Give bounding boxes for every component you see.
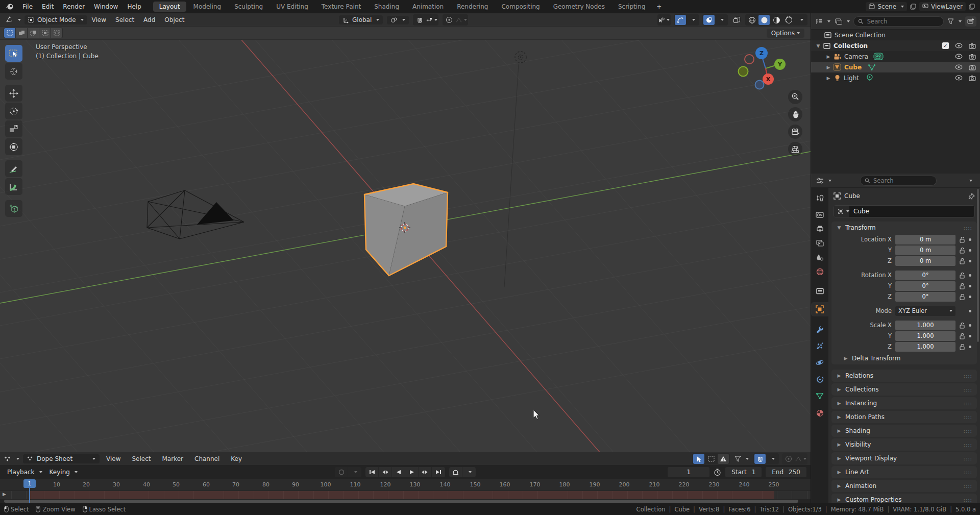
animate-dot[interactable] [969, 346, 971, 348]
outliner-editor-type-button[interactable] [815, 17, 831, 26]
show-overlays-button[interactable] [703, 15, 715, 25]
selectability-button[interactable] [658, 15, 670, 25]
lock-icon[interactable] [959, 344, 965, 350]
menu-render[interactable]: Render [58, 2, 89, 11]
timeline-menu-view[interactable]: View [102, 454, 125, 463]
outliner-row-collection[interactable]: ▼ Collection ✓ [811, 40, 980, 51]
add-workspace-button[interactable]: + [652, 2, 666, 11]
rotation-y-field[interactable]: 0° [895, 281, 955, 291]
tab-object-data[interactable] [811, 389, 828, 403]
scale-z-field[interactable]: 1.000 [895, 342, 955, 352]
prev-keyframe-button[interactable] [379, 467, 392, 477]
panel-grip[interactable]: :::: [964, 428, 972, 434]
show-gizmos-button[interactable] [675, 15, 686, 25]
light-object[interactable] [504, 52, 526, 287]
auto-keying-button[interactable] [335, 467, 348, 477]
new-collection-button[interactable] [965, 16, 976, 27]
lock-icon[interactable] [959, 333, 965, 339]
frame-start-field[interactable]: Start 1 [725, 467, 762, 477]
properties-search-input[interactable] [872, 177, 932, 185]
current-frame-field[interactable]: 1 [668, 467, 709, 477]
timeline-snap-dropdown[interactable] [767, 454, 778, 464]
location-z-field[interactable]: 0 m [895, 256, 955, 266]
tab-modifiers[interactable] [811, 322, 828, 336]
tab-output[interactable] [811, 222, 828, 236]
location-x-field[interactable]: 0 m [895, 235, 955, 244]
tab-rendering[interactable]: Rendering [451, 2, 494, 12]
overlays-dropdown-button[interactable] [716, 15, 727, 25]
tab-view-layer[interactable] [811, 236, 828, 250]
blender-logo-icon[interactable] [5, 3, 14, 10]
outliner-row-camera[interactable]: ▶ Camera [811, 51, 980, 62]
tab-scripting[interactable]: Scripting [612, 2, 651, 12]
animate-dot[interactable] [969, 335, 971, 337]
viewport-menu-select[interactable]: Select [111, 15, 139, 24]
select-mode-extend-button[interactable] [16, 28, 27, 38]
tab-tool[interactable] [811, 191, 828, 205]
timeline-ruler[interactable]: 10 20 30 40 50 60 70 80 90 100 110 120 1… [0, 479, 811, 491]
shading-solid-button[interactable] [758, 15, 770, 25]
camera-view-button[interactable] [788, 125, 802, 139]
animate-dot[interactable] [969, 310, 971, 312]
timeline-menu-key[interactable]: Key [226, 454, 247, 463]
cube-object[interactable] [364, 184, 448, 276]
play-reverse-button[interactable] [392, 467, 405, 477]
playback-dropdown[interactable]: Playback [4, 468, 46, 477]
properties-options-button[interactable] [964, 179, 976, 183]
timeline-channels[interactable]: ▶ [0, 491, 811, 499]
animate-dot[interactable] [969, 285, 971, 287]
panel-custom-properties[interactable]: ▶Custom Properties:::: [831, 494, 977, 503]
jump-to-start-button[interactable] [365, 467, 379, 477]
jump-to-end-button[interactable] [432, 467, 445, 477]
tool-move[interactable] [5, 85, 22, 102]
frame-end-field[interactable]: End 250 [766, 467, 806, 477]
snap-toggle-button[interactable] [414, 15, 425, 25]
lock-icon[interactable] [959, 247, 965, 254]
expand-arrow-icon[interactable]: ▶ [825, 76, 831, 81]
panel-collections[interactable]: ▶Collections:::: [831, 383, 977, 396]
timeline-filter-button[interactable] [733, 455, 750, 463]
animate-dot[interactable] [969, 238, 971, 241]
tab-collection[interactable] [811, 284, 828, 298]
timeline-scrollbar[interactable] [0, 499, 811, 503]
tab-world[interactable] [811, 264, 828, 279]
panel-grip[interactable]: :::: [964, 387, 972, 393]
timeline-menu-select[interactable]: Select [127, 454, 155, 463]
new-viewlayer-icon[interactable] [969, 4, 975, 10]
editor-type-button[interactable] [2, 15, 24, 24]
tool-select-box[interactable] [5, 45, 22, 62]
object-name-field[interactable]: Cube [834, 205, 975, 217]
mode-dropdown[interactable]: Object Mode [24, 15, 87, 24]
panel-grip[interactable]: :::: [964, 483, 972, 489]
location-y-field[interactable]: 0 m [895, 246, 955, 255]
tab-uv-editing[interactable]: UV Editing [270, 2, 314, 12]
outliner-row-scene-collection[interactable]: Scene Collection [811, 30, 980, 40]
gizmo-neg-z[interactable] [755, 81, 764, 89]
viewport-menu-add[interactable]: Add [139, 15, 160, 24]
viewlayer-selector[interactable]: ViewLayer [919, 2, 966, 11]
tool-add-cube[interactable] [5, 200, 22, 217]
transform-orientation-dropdown[interactable]: Global [339, 15, 383, 24]
properties-search[interactable] [860, 176, 937, 186]
proportional-edit-button[interactable] [444, 15, 455, 25]
auto-keying-dropdown[interactable] [348, 467, 361, 477]
lock-icon[interactable] [959, 272, 965, 279]
snap-target-button[interactable] [426, 15, 437, 25]
tab-render[interactable] [811, 207, 828, 222]
eye-icon[interactable] [955, 75, 963, 81]
tab-animation[interactable]: Animation [406, 2, 450, 12]
panel-grip[interactable]: :::: [964, 225, 972, 231]
menu-file[interactable]: File [18, 2, 37, 11]
tab-geometry-nodes[interactable]: Geometry Nodes [547, 2, 611, 12]
outliner-display-mode-button[interactable] [834, 17, 851, 26]
animate-dot[interactable] [969, 260, 971, 262]
select-mode-invert-button[interactable] [39, 28, 51, 38]
panel-relations[interactable]: ▶Relations:::: [831, 370, 977, 382]
lock-icon[interactable] [959, 236, 965, 243]
render-visibility-icon[interactable] [969, 75, 976, 81]
channel-expand-icon[interactable]: ▶ [3, 492, 6, 497]
scene-selector[interactable]: Scene [866, 2, 907, 11]
viewport-menu-object[interactable]: Object [160, 15, 189, 24]
collection-checkbox[interactable]: ✓ [942, 42, 949, 49]
shading-rendered-button[interactable] [783, 15, 794, 25]
